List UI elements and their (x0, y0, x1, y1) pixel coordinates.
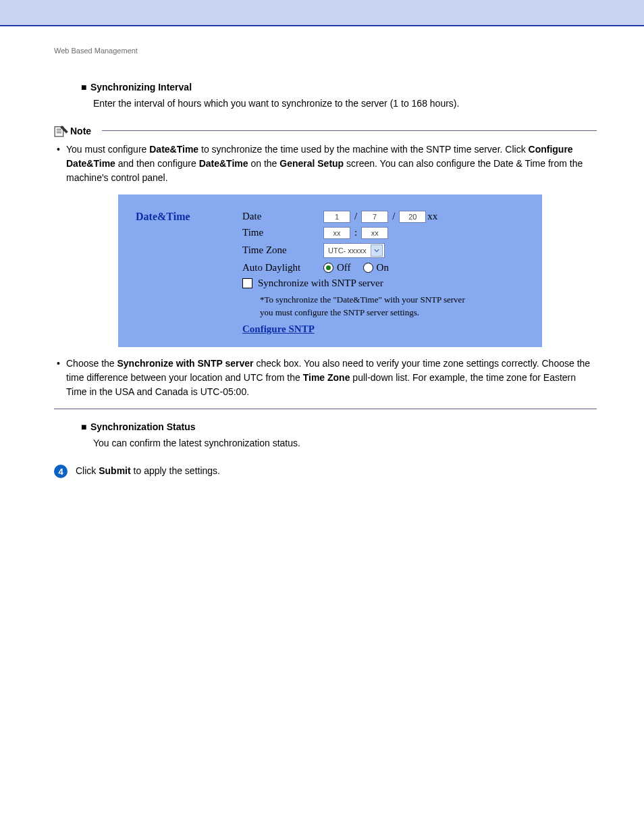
date-year-input[interactable] (399, 211, 426, 223)
daylight-off-radio[interactable]: Off (323, 262, 351, 273)
section-body-2: You can confirm the latest synchronizati… (93, 436, 597, 451)
step-number-badge: 4 (54, 465, 68, 478)
sntp-hint-1: *To synchronize the "Date&Time" with you… (260, 293, 530, 307)
sntp-hint-2: you must configure the SNTP server setti… (260, 306, 530, 319)
section-sync-status: ■ Synchronization Status (81, 421, 597, 432)
sync-sntp-label: Synchronize with SNTP server (258, 278, 383, 289)
note-icon (54, 125, 69, 137)
section-title: Synchronizing Interval (90, 82, 192, 93)
date-month-input[interactable] (323, 211, 350, 223)
running-header: Web Based Management (54, 47, 597, 55)
daylight-label: Auto Daylight (242, 262, 323, 273)
configure-sntp-link[interactable]: Configure SNTP (242, 323, 315, 335)
note-item-2: Choose the Synchronize with SNTP server … (66, 357, 597, 399)
date-label: Date (242, 211, 323, 222)
date-time-panel: Date&Time Date / / xx Time : Time Zone U… (118, 194, 542, 347)
note-end-rule (54, 409, 597, 409)
timezone-select[interactable]: UTC- xxxxx (323, 243, 385, 258)
note-header: Note (54, 125, 597, 137)
step-4: 4 Click Submit to apply the settings. (54, 464, 597, 478)
time-label: Time (242, 227, 323, 238)
daylight-on-radio[interactable]: On (363, 262, 389, 273)
date-day-input[interactable] (361, 211, 388, 223)
chevron-down-icon (371, 244, 383, 257)
section-sync-interval: ■ Synchronizing Interval (81, 82, 597, 93)
panel-title: Date&Time (136, 211, 242, 223)
note-rule (102, 130, 597, 131)
time-hour-input[interactable] (323, 227, 350, 239)
section-body: Enter the interval of hours which you wa… (93, 97, 597, 111)
timezone-label: Time Zone (242, 244, 323, 256)
sync-sntp-checkbox[interactable] (242, 278, 252, 288)
section-title-2: Synchronization Status (90, 421, 196, 432)
note-item-1: You must configure Date&Time to synchron… (66, 142, 597, 185)
time-minute-input[interactable] (361, 227, 388, 239)
note-label: Note (70, 126, 91, 136)
date-year-suffix: xx (427, 211, 437, 222)
top-strip (0, 0, 644, 26)
